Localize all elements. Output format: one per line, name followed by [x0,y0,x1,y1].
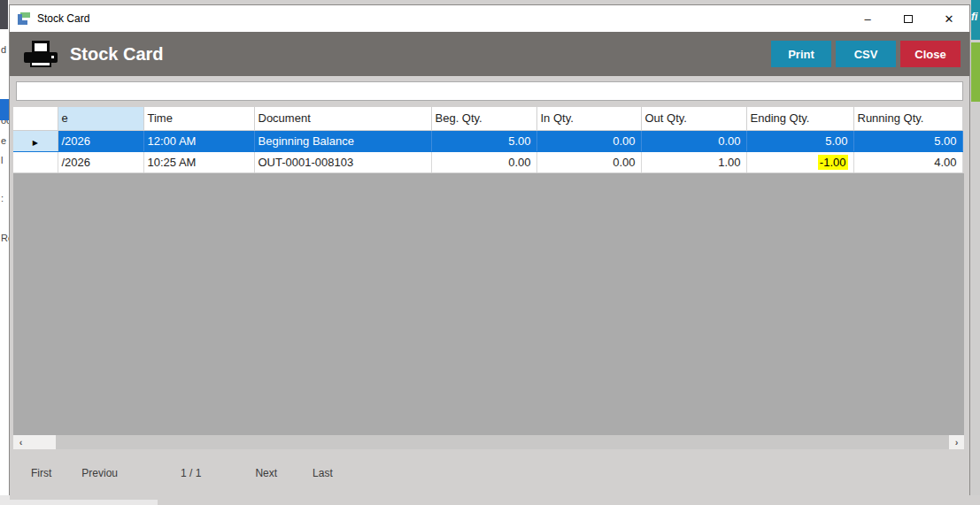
column-header-in-qty[interactable]: In Qty. [536,107,641,130]
minimize-button[interactable]: – [847,5,888,32]
scroll-left-button[interactable]: ‹ [13,435,28,449]
maximize-icon [904,15,913,23]
cell-running-qty[interactable]: 5.00 [853,130,962,151]
cell-in-qty[interactable]: 0.00 [536,130,641,151]
pager: First Previou 1 / 1 Next Last [10,467,969,479]
cell-out-qty[interactable]: 0.00 [641,130,746,151]
dialog-content: e Time Document Beg. Qty. In Qty. Out Qt… [10,81,969,500]
pager-page-indicator: 1 / 1 [181,467,201,479]
background-dark-block [0,0,8,29]
header-row: e Time Document Beg. Qty. In Qty. Out Qt… [13,107,962,130]
current-row-indicator-icon: ▶ [33,139,38,147]
titlebar[interactable]: Stock Card – ✕ [10,5,969,32]
cell-in-qty[interactable]: 0.00 [536,151,641,172]
scroll-right-button[interactable]: › [949,435,964,449]
scrollbar-thumb[interactable] [28,435,56,449]
background-text-fragment: l [1,155,3,165]
column-header-ending-qty[interactable]: Ending Qty. [746,107,853,130]
pager-last-button[interactable]: Last [313,467,333,479]
background-text-fragment: d [1,44,6,55]
background-selected-item-strip [0,99,9,120]
chevron-left-icon: ‹ [19,437,23,448]
background-text-fragment: Re [1,233,9,243]
cell-running-qty[interactable]: 4.00 [853,151,962,172]
maximize-button[interactable] [888,5,929,32]
background-text-fragment: : [1,193,4,203]
dialog-header: Stock Card Print CSV Close [10,32,969,76]
negative-qty-highlight: -1.00 [818,155,848,170]
chevron-right-icon: › [955,437,959,448]
cell-beg-qty[interactable]: 5.00 [431,130,536,151]
cell-ending-qty[interactable]: 5.00 [746,130,853,151]
background-text-fragment: e [1,135,6,146]
background-app-left-sliver: d oc e l : Re [0,0,9,505]
cell-beg-qty[interactable]: 0.00 [431,151,536,172]
screen: d oc e l : Re fi Stock Card – ✕ Stock Ca [0,0,980,505]
stock-card-grid: e Time Document Beg. Qty. In Qty. Out Qt… [13,107,962,173]
stock-card-table: e Time Document Beg. Qty. In Qty. Out Qt… [13,107,963,173]
row-indicator-cell[interactable]: ▶ [13,130,58,151]
column-header-running-qty[interactable]: Running Qty. [853,107,962,130]
csv-button[interactable]: CSV [836,41,896,67]
column-header-beg-qty[interactable]: Beg. Qty. [431,107,536,130]
background-green-strip [971,42,980,102]
grid-empty-area [13,173,964,435]
pager-next-button[interactable]: Next [255,467,277,479]
window-controls: – ✕ [847,5,969,32]
column-header-time[interactable]: Time [143,107,254,130]
header-buttons: Print CSV Close [771,41,961,67]
printer-icon [24,41,58,67]
pager-previous-button[interactable]: Previou [81,467,118,479]
column-header-out-qty[interactable]: Out Qty. [641,107,746,130]
background-app-right-sliver: fi [971,0,980,505]
column-header-date[interactable]: e [58,107,143,130]
cell-date[interactable]: /2026 [58,151,143,172]
cell-time[interactable]: 12:00 AM [143,130,254,151]
find-input[interactable] [16,81,963,101]
window-title: Stock Card [37,12,89,25]
column-header-document[interactable]: Document [254,107,431,130]
cell-time[interactable]: 10:25 AM [143,151,254,172]
cell-ending-qty[interactable]: -1.00 [746,151,853,172]
cell-document[interactable]: Beginning Balance [254,130,431,151]
cell-date[interactable]: /2026 [58,130,143,151]
cell-document[interactable]: OUT-0001-008103 [254,151,431,172]
column-header-indicator [13,107,58,130]
table-row[interactable]: ▶ /2026 12:00 AM Beginning Balance 5.00 … [13,130,962,151]
row-indicator-cell[interactable] [13,151,58,172]
horizontal-scrollbar[interactable]: ‹ › [13,435,964,449]
close-button[interactable]: Close [900,41,961,67]
print-button[interactable]: Print [771,41,831,67]
dialog-title: Stock Card [70,44,164,65]
close-window-button[interactable]: ✕ [929,5,969,32]
cell-out-qty[interactable]: 1.00 [641,151,746,172]
background-teal-strip: fi [971,0,980,40]
table-row[interactable]: /2026 10:25 AM OUT-0001-008103 0.00 0.00… [13,151,962,172]
background-text-fragment: fi [971,11,977,23]
app-logo-icon [17,11,31,26]
pager-first-button[interactable]: First [31,467,51,479]
stock-card-dialog: Stock Card – ✕ Stock Card Print CSV Clos… [9,4,970,495]
